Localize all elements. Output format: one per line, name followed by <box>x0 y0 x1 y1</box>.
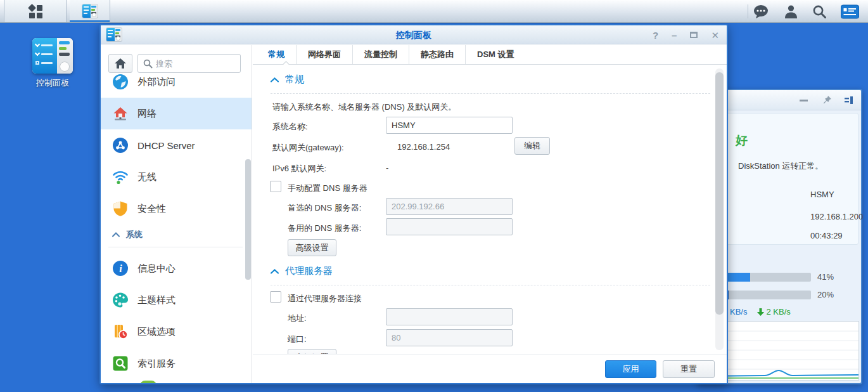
advanced-settings-button[interactable]: 高级设置 <box>288 239 336 256</box>
download-speed: 2 KB/s <box>766 307 790 317</box>
download-speed-wrap: 2 KB/s <box>757 307 790 317</box>
search-icon[interactable] <box>812 4 827 19</box>
gateway-label: 默认网关(gateway): <box>272 142 344 154</box>
sidebar-item-wireless[interactable]: 无线 <box>101 161 252 193</box>
proxy-advanced-settings-button[interactable]: 高级设置 <box>288 349 336 354</box>
main-menu-button[interactable] <box>4 0 67 22</box>
dns-secondary-input[interactable] <box>386 218 513 235</box>
health-status-text: 好 <box>736 133 748 149</box>
proxy-address-input[interactable] <box>386 308 513 325</box>
user-icon[interactable] <box>784 4 798 19</box>
sidebar-section-label: 系统 <box>126 229 143 240</box>
gateway-value: 192.168.1.254 <box>397 142 450 152</box>
tab-traffic-control[interactable]: 流量控制 <box>353 45 409 64</box>
sidebar-item-label: 网络 <box>137 108 156 120</box>
tab-network-interface[interactable]: 网络界面 <box>297 45 353 64</box>
health-status-desc: DiskStation 运转正常。 <box>738 160 823 172</box>
widgets-icon[interactable] <box>841 4 859 19</box>
dns-primary-input[interactable] <box>386 198 513 215</box>
proxy-connect-checkbox[interactable] <box>270 291 281 303</box>
sidebar-item-label: 主题样式 <box>137 294 176 306</box>
ipv6-gateway-value: - <box>386 163 388 173</box>
chevron-up-icon <box>271 269 279 274</box>
widget-minimize-icon[interactable] <box>800 100 808 101</box>
manual-dns-checkbox[interactable] <box>270 181 281 192</box>
tab-dsm-settings[interactable]: DSM 设置 <box>466 45 526 64</box>
window-titlebar[interactable]: 控制面板 ? – ✕ <box>101 25 727 44</box>
info-icon: i <box>112 260 129 277</box>
chat-icon[interactable] <box>753 4 770 19</box>
sidebar-item-label: 区域选项 <box>137 326 176 338</box>
upload-speed: KB/s <box>730 307 747 317</box>
action-footer: 应用 重置 <box>253 354 727 383</box>
system-name-label: 系统名称: <box>272 121 308 133</box>
sidebar-item-dhcp-server[interactable]: DHCP Server <box>101 129 252 161</box>
regional-options-icon <box>112 323 129 340</box>
proxy-port-label: 端口: <box>288 334 307 345</box>
partial-sidebar-item-icon <box>140 381 156 383</box>
dns-secondary-label: 备用的 DNS 服务器: <box>288 223 361 234</box>
control-panel-window: 控制面板 ? – ✕ 外部访问 <box>99 24 728 384</box>
server-name-value: HSMY <box>810 190 834 199</box>
system-name-input[interactable] <box>386 117 513 134</box>
network-house-icon <box>112 105 129 122</box>
section-heading-label: 常规 <box>285 74 304 86</box>
sidebar-item-theme[interactable]: 主题样式 <box>101 284 252 316</box>
shield-icon <box>112 200 129 217</box>
section-general-heading[interactable]: 常规 <box>271 74 304 86</box>
chevron-up-icon <box>271 77 279 82</box>
window-icon <box>106 28 122 41</box>
apply-button[interactable]: 应用 <box>605 360 656 378</box>
close-icon[interactable]: ✕ <box>711 30 719 40</box>
chevron-up-icon <box>112 232 120 237</box>
ram-usage-percent: 20% <box>817 290 834 299</box>
taskbar-control-panel-button[interactable] <box>70 0 110 22</box>
ip-address-value: 192.168.1.200 <box>810 212 863 221</box>
tab-general[interactable]: 常规 <box>257 45 297 64</box>
taskbar <box>0 0 868 23</box>
sidebar-item-external-access[interactable]: 外部访问 <box>101 66 252 98</box>
globe-icon <box>112 74 129 90</box>
general-description: 请输入系统名称、域名服务器 (DNS) 及默认网关。 <box>272 101 456 113</box>
sidebar-scrollbar[interactable] <box>245 159 251 280</box>
dhcp-icon <box>112 137 129 154</box>
widget-panel-icon[interactable] <box>844 96 853 105</box>
sidebar-item-regional-options[interactable]: 区域选项 <box>101 316 252 348</box>
sidebar-item-info-center[interactable]: i 信息中心 <box>101 252 252 284</box>
sidebar-section-system[interactable]: 系统 <box>112 229 143 240</box>
section-divider <box>271 285 710 285</box>
reset-button[interactable]: 重置 <box>663 360 715 378</box>
sidebar-item-label: 索引服务 <box>137 358 176 370</box>
desktop: 控制面板 好 DiskStation 运转正常。 HSMY 192.168.1.… <box>0 0 868 392</box>
manual-dns-label: 手动配置 DNS 服务器 <box>288 183 367 194</box>
tab-bar: 常规 网络界面 流量控制 静态路由 DSM 设置 <box>253 45 727 65</box>
uptime-value: 00:43:29 <box>810 231 843 240</box>
sidebar-item-security[interactable]: 安全性 <box>101 193 252 225</box>
proxy-address-label: 地址: <box>288 313 307 324</box>
content-scrollbar-thumb[interactable] <box>715 72 724 315</box>
minimize-icon[interactable]: – <box>672 30 677 40</box>
proxy-port-input[interactable] <box>386 329 513 346</box>
proxy-connect-label: 通过代理服务器连接 <box>288 293 362 304</box>
sidebar-item-indexing-service[interactable]: 索引服务 <box>101 348 252 379</box>
network-speed-row: KB/s 2 KB/s <box>730 307 791 317</box>
sidebar-item-label: DHCP Server <box>137 140 195 151</box>
window-title: 控制面板 <box>101 25 727 44</box>
download-arrow-icon <box>757 308 764 316</box>
sidebar-item-network[interactable]: 网络 <box>101 98 252 129</box>
sidebar-item-label: 安全性 <box>137 203 166 215</box>
desktop-icon-control-panel[interactable]: 控制面板 <box>24 38 81 89</box>
help-icon[interactable]: ? <box>653 30 658 40</box>
cpu-usage-percent: 41% <box>817 272 834 282</box>
maximize-icon[interactable] <box>690 32 698 38</box>
section-proxy-heading[interactable]: 代理服务器 <box>271 265 333 277</box>
edit-button[interactable]: 编辑 <box>514 137 550 155</box>
tab-static-route[interactable]: 静态路由 <box>409 45 466 64</box>
wifi-icon <box>112 169 129 185</box>
dns-primary-label: 首选的 DNS 服务器: <box>288 202 361 214</box>
sidebar: 外部访问 网络 DHCP Server 无线 安全性 <box>101 45 252 383</box>
section-heading-label: 代理服务器 <box>285 265 333 277</box>
control-panel-icon <box>32 38 73 74</box>
pin-icon[interactable] <box>822 95 832 105</box>
form-scroll-area: 常规 请输入系统名称、域名服务器 (DNS) 及默认网关。 系统名称: 默认网关… <box>253 65 727 354</box>
